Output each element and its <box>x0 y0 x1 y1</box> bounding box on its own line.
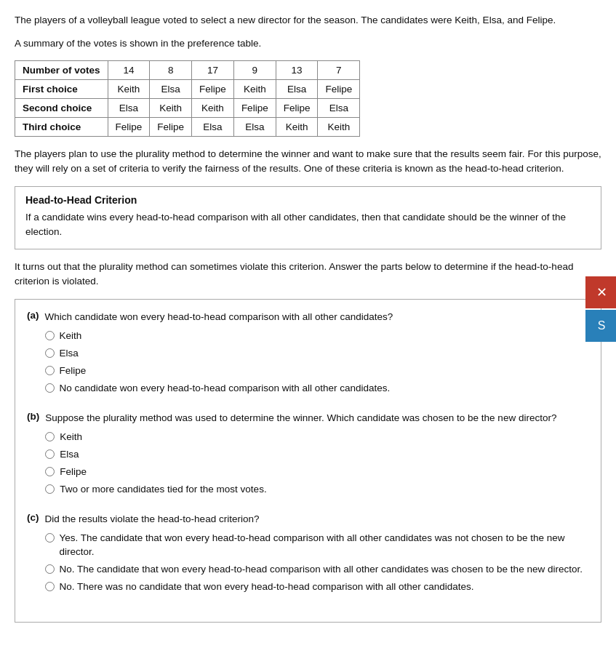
table-row-second-choice: Second choice Elsa Keith Keith Felipe Fe… <box>15 98 360 117</box>
side-buttons: ✕ S <box>585 276 616 342</box>
preference-table-wrapper: Number of votes 14 8 17 9 13 7 First cho… <box>15 60 601 137</box>
question-a-radio-4[interactable] <box>45 383 55 393</box>
question-a-option-4[interactable]: No candidate won every head-to-head comp… <box>45 382 590 396</box>
question-c-radio-2[interactable] <box>45 564 55 574</box>
criterion-body: If a candidate wins every head-to-head c… <box>25 210 591 240</box>
question-c-section: (c) Did the results violate the head-to-… <box>27 512 589 598</box>
question-c-option-3[interactable]: No. There was no candidate that won ever… <box>45 580 590 594</box>
question-a-option-1-label: Keith <box>60 329 82 343</box>
question-b-radio-3[interactable] <box>45 467 55 476</box>
table-third-5: Keith <box>276 117 318 136</box>
table-third-3: Elsa <box>192 117 234 136</box>
question-a-section: (a) Which candidate won every head-to-he… <box>27 310 589 399</box>
bottom-text: It turns out that the plurality method c… <box>15 260 601 289</box>
criterion-box: Head-to-Head Criterion If a candidate wi… <box>15 186 601 249</box>
table-cell-votes-2: 8 <box>150 60 192 79</box>
question-c-option-1-label: Yes. The candidate that won every head-t… <box>60 532 590 559</box>
question-a-label: (a) <box>27 310 39 321</box>
question-box: (a) Which candidate won every head-to-he… <box>15 299 601 623</box>
s-button[interactable]: S <box>585 310 616 342</box>
question-c-option-2-label: No. The candidate that won every head-to… <box>60 563 583 577</box>
question-b-label: (b) <box>27 411 39 422</box>
question-c-radio-1[interactable] <box>45 533 55 543</box>
question-a-radio-3[interactable] <box>45 366 55 375</box>
question-a-option-4-label: No candidate won every head-to-head comp… <box>60 382 391 396</box>
table-row-third-choice: Third choice Felipe Felipe Elsa Elsa Kei… <box>15 117 360 136</box>
table-cell-votes-6: 7 <box>318 60 360 79</box>
table-cell-votes-3: 17 <box>192 60 234 79</box>
question-b-option-1-label: Keith <box>60 431 82 444</box>
question-a-radio-2[interactable] <box>45 348 55 358</box>
table-row-header: Number of votes 14 8 17 9 13 7 <box>15 60 360 79</box>
table-third-2: Felipe <box>150 117 192 136</box>
question-c-text: Did the results violate the head-to-head… <box>45 512 590 527</box>
question-c-option-2[interactable]: No. The candidate that won every head-to… <box>45 563 590 577</box>
table-second-2: Keith <box>150 98 192 117</box>
table-cell-votes-4: 9 <box>233 60 276 79</box>
table-first-3: Felipe <box>192 79 234 98</box>
question-a-option-2-label: Elsa <box>60 347 79 361</box>
table-second-4: Felipe <box>233 98 276 117</box>
table-first-2: Elsa <box>150 79 192 98</box>
question-b-radio-4[interactable] <box>45 484 55 494</box>
table-cell-votes-5: 13 <box>276 60 318 79</box>
question-b-option-1[interactable]: Keith <box>45 431 589 444</box>
question-b-option-3-label: Felipe <box>60 465 87 479</box>
table-first-4: Keith <box>233 79 276 98</box>
intro-line1: The players of a volleyball league voted… <box>15 13 601 28</box>
table-second-6: Elsa <box>318 98 360 117</box>
question-a-text: Which candidate won every head-to-head c… <box>45 310 590 324</box>
table-second-1: Elsa <box>108 98 150 117</box>
x-button[interactable]: ✕ <box>585 276 616 308</box>
table-label-third: Third choice <box>15 117 108 136</box>
question-c-radio-3[interactable] <box>45 582 55 591</box>
table-cell-label-votes: Number of votes <box>15 60 108 79</box>
question-a-radio-1[interactable] <box>45 331 55 340</box>
question-b-option-2-label: Elsa <box>60 448 79 462</box>
question-a-option-2[interactable]: Elsa <box>45 347 590 361</box>
question-b-option-3[interactable]: Felipe <box>45 465 589 479</box>
question-b-option-2[interactable]: Elsa <box>45 448 589 462</box>
table-second-5: Felipe <box>276 98 318 117</box>
question-b-radio-2[interactable] <box>45 449 55 459</box>
table-second-3: Keith <box>192 98 234 117</box>
table-first-1: Keith <box>108 79 150 98</box>
question-b-option-4-label: Two or more candidates tied for the most… <box>60 483 266 497</box>
table-row-first-choice: First choice Keith Elsa Felipe Keith Els… <box>15 79 360 98</box>
question-a-option-3-label: Felipe <box>60 364 87 378</box>
between-text: The players plan to use the plurality me… <box>15 147 601 177</box>
table-first-5: Elsa <box>276 79 318 98</box>
intro-line2: A summary of the votes is shown in the p… <box>15 36 601 51</box>
question-b-section: (b) Suppose the plurality method was use… <box>27 411 589 500</box>
table-label-second: Second choice <box>15 98 108 117</box>
question-c-option-3-label: No. There was no candidate that won ever… <box>60 580 474 594</box>
question-b-text: Suppose the plurality method was used to… <box>45 411 589 425</box>
table-label-first: First choice <box>15 79 108 98</box>
table-third-4: Elsa <box>233 117 276 136</box>
preference-table: Number of votes 14 8 17 9 13 7 First cho… <box>15 60 360 137</box>
question-a-option-1[interactable]: Keith <box>45 329 590 343</box>
question-c-option-1[interactable]: Yes. The candidate that won every head-t… <box>45 532 590 559</box>
question-c-label: (c) <box>27 512 39 523</box>
question-b-radio-1[interactable] <box>45 432 55 441</box>
question-a-option-3[interactable]: Felipe <box>45 364 590 378</box>
question-b-option-4[interactable]: Two or more candidates tied for the most… <box>45 483 589 497</box>
table-cell-votes-1: 14 <box>108 60 150 79</box>
criterion-title: Head-to-Head Criterion <box>25 194 591 206</box>
page: The players of a volleyball league voted… <box>0 0 616 672</box>
table-third-6: Keith <box>318 117 360 136</box>
table-third-1: Felipe <box>108 117 150 136</box>
table-first-6: Felipe <box>318 79 360 98</box>
